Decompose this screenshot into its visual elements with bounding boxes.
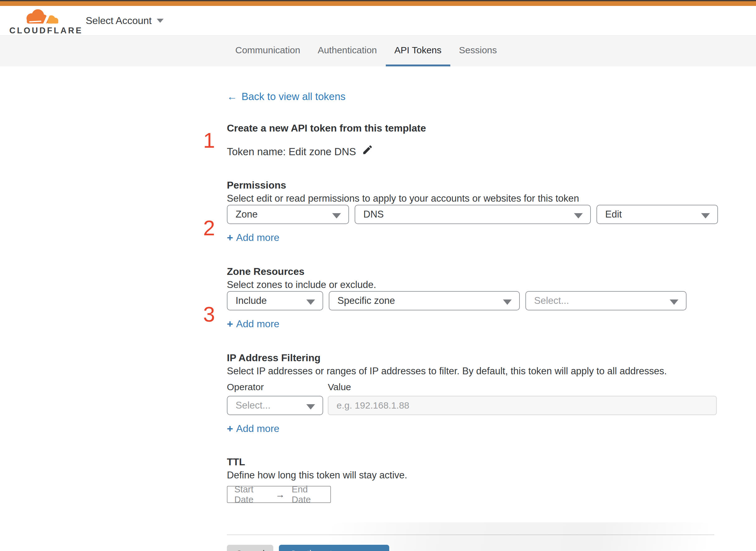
chevron-down-icon bbox=[701, 213, 710, 218]
dropdown-placeholder: Select... bbox=[534, 295, 569, 307]
chevron-down-icon bbox=[306, 404, 315, 410]
ip-operator-dropdown[interactable]: Select... bbox=[227, 396, 323, 415]
zone-include-dropdown[interactable]: Include bbox=[227, 291, 323, 311]
token-name-text: Token name: Edit zone DNS bbox=[227, 144, 356, 159]
chevron-down-icon bbox=[157, 19, 164, 23]
brand-accent-bar bbox=[0, 1, 756, 6]
back-link-label: Back to view all tokens bbox=[241, 90, 345, 103]
chevron-down-icon bbox=[503, 300, 512, 305]
permission-scope-dropdown[interactable]: Zone bbox=[227, 205, 349, 224]
plus-icon: + bbox=[227, 422, 233, 435]
zone-resources-section: 3 Zone Resources Select zones to include… bbox=[227, 264, 718, 330]
permission-group-dropdown[interactable]: DNS bbox=[354, 205, 591, 224]
permissions-add-more-link[interactable]: + Add more bbox=[227, 231, 279, 244]
zone-type-dropdown[interactable]: Specific zone bbox=[329, 291, 520, 311]
app-header: CLOUDFLARE Select Account bbox=[0, 6, 756, 35]
tab-bar: Communication Authentication API Tokens … bbox=[0, 35, 756, 66]
ttl-section: TTL Define how long this token will stay… bbox=[227, 455, 718, 503]
end-date-placeholder: End Date bbox=[292, 484, 323, 505]
tab-sessions[interactable]: Sessions bbox=[450, 36, 506, 66]
chevron-down-icon bbox=[670, 300, 678, 305]
chevron-down-icon bbox=[332, 213, 341, 218]
add-more-label: Add more bbox=[236, 422, 279, 435]
chevron-down-icon bbox=[306, 300, 315, 305]
ip-value-input[interactable] bbox=[328, 396, 717, 415]
zone-resources-add-more-link[interactable]: + Add more bbox=[227, 317, 279, 330]
account-selector-label: Select Account bbox=[86, 15, 152, 26]
main-content: ← Back to view all tokens 1 Create a new… bbox=[227, 66, 718, 551]
ttl-title: TTL bbox=[227, 455, 718, 469]
ip-filtering-add-more-link[interactable]: + Add more bbox=[227, 422, 279, 435]
tab-authentication[interactable]: Authentication bbox=[309, 36, 386, 66]
add-more-label: Add more bbox=[236, 231, 279, 244]
continue-to-summary-button[interactable]: Continue to summary bbox=[279, 545, 389, 551]
footer-divider bbox=[227, 534, 714, 535]
template-heading: Create a new API token from this templat… bbox=[227, 121, 718, 135]
zone-resources-title: Zone Resources bbox=[227, 264, 718, 279]
footer-actions: Cancel Continue to summary bbox=[227, 545, 718, 551]
dropdown-value: Zone bbox=[235, 209, 258, 220]
chevron-down-icon bbox=[574, 213, 583, 218]
ttl-description: Define how long this token will stay act… bbox=[227, 469, 718, 482]
operator-label: Operator bbox=[227, 381, 323, 393]
account-selector[interactable]: Select Account bbox=[86, 6, 164, 35]
page: CLOUDFLARE Select Account Communication … bbox=[0, 0, 756, 551]
tab-api-tokens[interactable]: API Tokens bbox=[386, 36, 450, 66]
step-number-1: 1 bbox=[203, 131, 215, 150]
right-arrow-icon: → bbox=[275, 489, 285, 500]
add-more-label: Add more bbox=[236, 317, 279, 330]
ip-filtering-section: IP Address Filtering Select IP addresses… bbox=[227, 351, 718, 435]
token-template-section: 1 Create a new API token from this templ… bbox=[227, 121, 718, 159]
plus-icon: + bbox=[227, 231, 233, 244]
zone-resources-description: Select zones to include or exclude. bbox=[227, 279, 718, 291]
step-number-3: 3 bbox=[203, 305, 215, 324]
permission-level-dropdown[interactable]: Edit bbox=[597, 205, 718, 224]
permissions-title: Permissions bbox=[227, 178, 718, 192]
back-to-tokens-link[interactable]: ← Back to view all tokens bbox=[227, 90, 345, 103]
tab-communication[interactable]: Communication bbox=[226, 36, 309, 66]
start-date-placeholder: Start Date bbox=[234, 484, 269, 505]
edit-pencil-icon[interactable] bbox=[362, 144, 373, 159]
permissions-section: 2 Permissions Select edit or read permis… bbox=[227, 178, 718, 244]
dropdown-placeholder: Select... bbox=[235, 400, 270, 411]
ip-filtering-description: Select IP addresses or ranges of IP addr… bbox=[227, 365, 718, 378]
dropdown-value: DNS bbox=[363, 209, 384, 220]
ttl-date-range-picker[interactable]: Start Date → End Date bbox=[227, 486, 331, 503]
cloudflare-logo[interactable]: CLOUDFLARE bbox=[9, 8, 72, 36]
dropdown-value: Edit bbox=[605, 209, 622, 220]
step-number-2: 2 bbox=[203, 218, 215, 237]
value-label: Value bbox=[328, 381, 351, 393]
dropdown-value: Specific zone bbox=[337, 295, 395, 307]
plus-icon: + bbox=[227, 317, 233, 330]
ip-filtering-title: IP Address Filtering bbox=[227, 351, 718, 365]
dropdown-value: Include bbox=[235, 295, 267, 307]
cancel-button[interactable]: Cancel bbox=[227, 545, 273, 551]
zone-select-dropdown[interactable]: Select... bbox=[525, 291, 687, 311]
cloudflare-wordmark: CLOUDFLARE bbox=[9, 26, 72, 36]
permissions-description: Select edit or read permissions to apply… bbox=[227, 192, 718, 205]
back-arrow-icon: ← bbox=[227, 90, 237, 103]
